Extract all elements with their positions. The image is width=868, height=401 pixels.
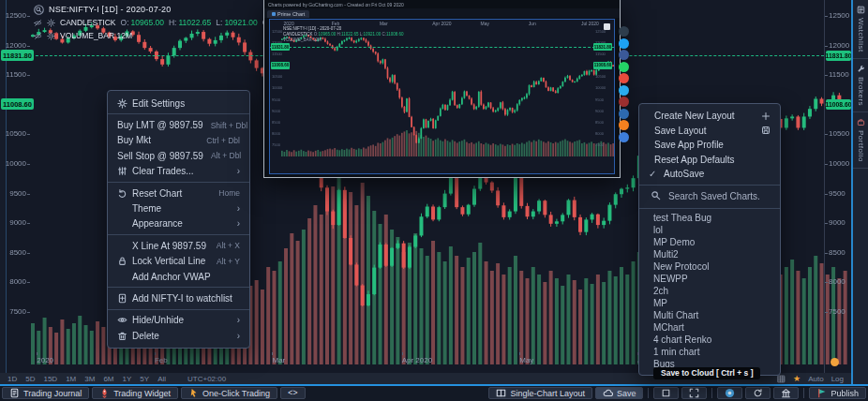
saved-chart-1-min-chart[interactable]: 1 min chart	[639, 346, 780, 358]
menu-item-sell-stop-9897-59[interactable]: Sell Stop @ 9897.59Alt + Dbl	[108, 148, 249, 163]
timeframe-3m[interactable]: 3M	[84, 375, 95, 383]
menu-divider	[108, 182, 249, 183]
popup-screenshot-icon[interactable]	[604, 23, 610, 30]
menu-item-edit-settings[interactable]: Edit Settings	[108, 96, 249, 111]
saved-chart-test-thea-bug[interactable]: test Thea Bug	[639, 212, 780, 224]
menu-item-label: Add Anchor VWAP	[132, 272, 240, 282]
saved-chart-multi-chart[interactable]: Multi Chart	[639, 309, 780, 321]
marketplace-button[interactable]	[773, 387, 799, 399]
menu-item-appearance[interactable]: Appearance›	[108, 216, 249, 231]
auto-scale-toggle[interactable]: Auto	[808, 375, 823, 383]
sidebar-tab-brokers[interactable]: Brokers	[853, 59, 868, 112]
share-facebook-icon[interactable]	[619, 50, 629, 60]
search-saved-charts[interactable]: Search Saved Charts.	[639, 188, 780, 205]
share-copy-link-icon[interactable]	[619, 26, 629, 37]
y-axis-tick	[27, 282, 30, 283]
menu-item-label: Delete	[132, 331, 230, 341]
menu-item-label: Reset Chart	[132, 188, 211, 199]
refresh-icon	[753, 388, 763, 398]
saved-chart-lol[interactable]: lol	[639, 224, 780, 236]
sidebar-tab-watchlist[interactable]: Watchlist	[853, 0, 868, 59]
camera-button[interactable]	[717, 387, 742, 399]
saved-chart-4-chart-renko[interactable]: 4 chart Renko	[639, 334, 780, 346]
price-tag: 11008.60	[1, 98, 34, 110]
eye-icon	[117, 315, 132, 325]
menu-item-add-nifty-i-to-watchlist[interactable]: Add NIFTY-I to watchlist	[108, 290, 249, 305]
saved-chart-mp[interactable]: MP	[639, 297, 780, 309]
menu-item-buy-lmt-9897-59[interactable]: Buy LMT @ 9897.59Shift + Dbl	[108, 117, 249, 132]
saved-chart-2ch[interactable]: 2ch	[639, 285, 780, 297]
menu-shortcut: Alt + Y	[217, 257, 240, 266]
menu-item-label: Edit Settings	[132, 98, 240, 109]
menu-item-save-app-profile[interactable]: Save App Profile	[639, 138, 780, 153]
sidebar-tab-portfolio[interactable]: Portfolio	[853, 112, 868, 169]
gear-icon[interactable]	[47, 32, 55, 40]
popup-tab[interactable]: Prime Chart	[267, 10, 309, 18]
search-icon	[651, 190, 661, 202]
single-chart-layout-button[interactable]: Single-Chart Layout	[488, 387, 592, 399]
save-button[interactable]: Save	[595, 387, 644, 399]
menu-item-clear-trades[interactable]: Clear Trades...›	[108, 164, 249, 179]
timeframe-6m[interactable]: 6M	[103, 375, 113, 383]
mini-y-axis-label: 10000	[272, 86, 282, 90]
saved-chart-multi2[interactable]: Multi2	[639, 248, 780, 260]
menu-item-add-anchor-vwap[interactable]: Add Anchor VWAP	[108, 269, 249, 284]
notification-dot[interactable]	[831, 358, 839, 366]
y-axis-tick	[825, 223, 828, 224]
trading-widget-button[interactable]: Trading Widget	[92, 387, 178, 399]
share-email-icon[interactable]	[619, 132, 629, 142]
timeframe-15d[interactable]: 15D	[43, 375, 57, 383]
status-left-cluster: Trading JournalTrading WidgetOne-Click T…	[2, 387, 306, 399]
menu-item-delete[interactable]: Delete›	[108, 328, 249, 343]
timeframe-1y[interactable]: 1Y	[123, 375, 132, 383]
menu-item-reset-app-defaults[interactable]: Reset App Defaults	[639, 153, 780, 168]
share-telegram-icon[interactable]	[619, 85, 629, 96]
menu-item-theme[interactable]: Theme›	[108, 200, 249, 215]
menu-item-autosave[interactable]: ✓AutoSave	[639, 167, 780, 182]
menu-item-save-layout[interactable]: Save Layout	[639, 124, 780, 139]
share-linkedin-icon[interactable]	[619, 109, 629, 119]
code-toggle-button[interactable]: <>	[280, 387, 306, 399]
log-scale-toggle[interactable]: Log	[831, 375, 844, 383]
screenshot-button[interactable]	[653, 387, 679, 399]
menu-item-buy-mkt[interactable]: Buy MktCtrl + Dbl	[108, 133, 249, 148]
menu-item-x-line-at-9897-59[interactable]: X Line At 9897.59Alt + X	[108, 238, 249, 253]
menu-item-lock-vertical-line[interactable]: Lock Vertical LineAlt + Y	[108, 254, 249, 269]
trash-icon	[117, 331, 132, 341]
search-icon[interactable]	[34, 5, 44, 15]
saved-chart-mchart[interactable]: MChart	[639, 321, 780, 334]
timeframe-5y[interactable]: 5Y	[140, 375, 149, 383]
one-click-trading-button[interactable]: One-Click Trading	[181, 387, 277, 399]
timeframe-all[interactable]: All	[157, 375, 166, 383]
eye-off-icon[interactable]	[34, 32, 42, 40]
fullscreen-button[interactable]	[681, 387, 707, 399]
share-youtube-icon[interactable]	[619, 97, 629, 107]
saved-chart-new-protocol[interactable]: New Protocol	[639, 260, 780, 273]
share-whatsapp-icon[interactable]	[619, 62, 629, 72]
timeframe-1d[interactable]: 1D	[7, 375, 17, 383]
share-twitter-icon[interactable]	[619, 38, 629, 49]
share-pinterest-icon[interactable]	[619, 73, 629, 83]
gear-icon[interactable]	[47, 19, 55, 27]
menu-item-create-new-layout[interactable]: Create New Layout	[639, 109, 780, 124]
menu-divider	[108, 287, 249, 288]
menu-item-reset-chart[interactable]: Reset ChartHome	[108, 186, 249, 200]
sync-button[interactable]	[745, 387, 771, 399]
trading-journal-button[interactable]: Trading Journal	[2, 387, 89, 399]
menu-item-hide-unhide[interactable]: Hide/Unhide›	[108, 313, 249, 328]
status-separator	[648, 388, 649, 398]
eye-off-icon[interactable]	[34, 19, 42, 27]
sidebar-tab-label: Watchlist	[857, 18, 865, 52]
saved-chart-newpp[interactable]: NEWPP	[639, 273, 780, 285]
saved-chart-mp-demo[interactable]: MP Demo	[639, 236, 780, 248]
timeframe-1m[interactable]: 1M	[66, 375, 76, 383]
grid-icon[interactable]	[777, 375, 786, 383]
timeframe-5d[interactable]: 5D	[25, 375, 35, 383]
bank-icon	[781, 388, 791, 398]
publish-button[interactable]: Publish	[809, 387, 866, 399]
favorite-star-icon[interactable]: ★	[793, 375, 801, 383]
share-reddit-icon[interactable]	[619, 120, 629, 130]
timezone-label[interactable]: UTC+02:00	[187, 375, 226, 383]
menu-item-label: Appearance	[132, 218, 230, 229]
popup-mini-chart: 2020FebMarApr 2020MayJunJul 202012500125…	[269, 19, 615, 174]
